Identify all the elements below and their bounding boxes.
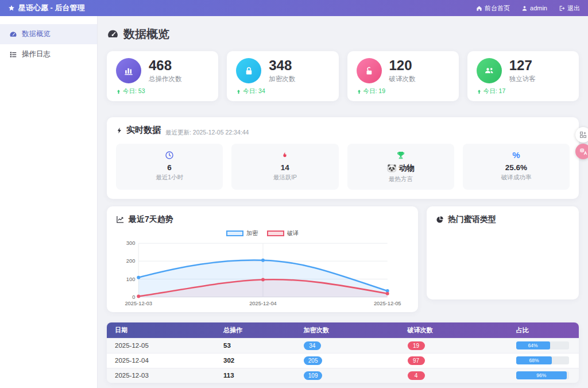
table-row[interactable]: 2025-12-03 113 109 4 96% (107, 368, 579, 383)
realtime-value: 6 (121, 163, 218, 172)
cell-total: 302 (215, 353, 296, 368)
ratio-progress-fill: 68% (516, 356, 552, 364)
stat-today-label: 今日: 19 (363, 87, 386, 95)
stat-today-label: 今日: 34 (243, 87, 265, 95)
main-content: 数据概览 468 总操作次数 今日: 53 (98, 16, 588, 388)
list-icon (9, 51, 17, 59)
stat-value: 468 (149, 58, 182, 72)
hot-phrase-type-card: 热门蜜语类型 (427, 206, 579, 299)
translate-icon (579, 148, 587, 156)
sidebar: 数据概览 操作日志 (0, 16, 98, 388)
cell-total: 113 (215, 368, 296, 383)
trend-line-chart[interactable]: 300 200 100 0 2025-12-03 2025-12-04 2025… (116, 239, 409, 308)
arrow-up-icon (477, 89, 482, 94)
realtime-value: 25.6% (467, 163, 565, 172)
encrypt-badge: 34 (304, 341, 321, 350)
brand: 星语心愿 - 后台管理 (8, 3, 85, 13)
realtime-label: 破译成功率 (467, 174, 565, 182)
navbar-links: 前台首页 admin 退出 (476, 4, 580, 13)
arrow-up-icon (236, 89, 241, 94)
cell-date: 2025-12-03 (107, 368, 215, 383)
decrypt-badge: 19 (408, 341, 425, 350)
sidebar-item-data-overview[interactable]: 数据概览 (0, 24, 97, 44)
cell-total: 53 (215, 338, 296, 353)
nav-user-link[interactable]: admin (521, 5, 547, 11)
sidebar-item-operation-log[interactable]: 操作日志 (0, 44, 97, 64)
floating-grid-button[interactable] (575, 127, 588, 143)
trend-chart-title: 最近7天趋势 (129, 214, 173, 225)
ratio-progress-fill: 96% (516, 371, 567, 379)
nav-logout-label: 退出 (567, 4, 580, 13)
realtime-card-most-active-ip: 14 最活跃IP (231, 144, 338, 190)
users-icon (477, 58, 502, 83)
bolt-icon (116, 126, 123, 135)
sidebar-item-label: 操作日志 (22, 49, 51, 59)
nav-home-link[interactable]: 前台首页 (476, 4, 510, 13)
page-title-label: 数据概览 (123, 26, 169, 42)
y-tick: 300 (126, 240, 136, 246)
stat-card-unique-visitors: 127 独立访客 今日: 17 (467, 51, 579, 101)
home-icon (476, 5, 482, 11)
unlock-icon (357, 58, 382, 83)
realtime-title: 实时数据 (126, 125, 161, 136)
nav-logout-link[interactable]: 退出 (559, 4, 580, 13)
x-tick: 2025-12-03 (125, 299, 152, 306)
stat-label: 加密次数 (269, 75, 295, 83)
realtime-panel: 实时数据 最近更新: 2025-12-05 22:34:44 6 最近1小时 1… (107, 117, 579, 199)
col-header-ratio: 占比 (508, 322, 579, 339)
cell-date: 2025-12-04 (107, 353, 215, 368)
col-header-date: 日期 (107, 322, 215, 339)
col-header-decrypt: 破译次数 (400, 322, 508, 339)
realtime-label: 最近1小时 (121, 174, 218, 182)
realtime-label: 最热方言 (352, 175, 450, 183)
y-tick: 100 (126, 275, 136, 282)
stat-today-label: 今日: 53 (123, 87, 145, 95)
stat-label: 总操作次数 (149, 75, 182, 83)
arrow-up-icon (357, 89, 362, 94)
y-tick: 0 (132, 293, 135, 299)
realtime-card-last-hour: 6 最近1小时 (116, 144, 223, 190)
daily-stats-table-card: 日期 总操作 加密次数 破译次数 占比 2025-12-05 53 34 19 … (107, 322, 579, 383)
stat-value: 348 (269, 58, 295, 72)
legend-label: 破译 (287, 229, 299, 237)
nav-user-label: admin (530, 5, 547, 11)
legend-item-decrypt[interactable]: 破译 (267, 229, 299, 237)
table-row[interactable]: 2025-12-04 302 205 97 68% (107, 353, 579, 368)
sign-out-icon (559, 5, 565, 11)
realtime-label: 最活跃IP (236, 174, 334, 182)
clock-icon (121, 151, 218, 160)
ratio-progress: 64% (516, 341, 569, 349)
stat-label: 独立访客 (509, 75, 536, 83)
realtime-value: 🐼 动物 (352, 163, 450, 174)
realtime-card-hottest-dialect: 🐼 动物 最热方言 (347, 144, 454, 190)
table-header-row: 日期 总操作 加密次数 破译次数 占比 (107, 322, 579, 339)
decrypt-badge: 4 (408, 371, 425, 380)
stat-card-total-operations: 468 总操作次数 今日: 53 (107, 51, 218, 101)
user-icon (521, 5, 528, 11)
dashboard-gauge-icon (107, 28, 119, 40)
ratio-progress-fill: 64% (516, 341, 550, 349)
chart-line-icon (116, 215, 125, 224)
encrypt-badge: 205 (304, 356, 323, 365)
realtime-value: 14 (236, 163, 334, 172)
gauge-icon (9, 30, 17, 39)
ratio-progress: 68% (516, 356, 569, 364)
pie-chart-icon (436, 216, 444, 224)
stat-cards-row: 468 总操作次数 今日: 53 348 加密次数 今日: 34 (107, 51, 579, 101)
x-tick: 2025-12-05 (374, 299, 401, 306)
encrypt-badge: 109 (304, 371, 323, 380)
star-icon (8, 5, 15, 11)
legend-item-encrypt[interactable]: 加密 (226, 229, 258, 237)
col-header-total: 总操作 (215, 322, 296, 339)
stat-card-decrypt-count: 120 破译次数 今日: 19 (347, 51, 459, 101)
legend-swatch-blue (226, 231, 243, 236)
x-tick: 2025-12-04 (249, 299, 277, 306)
hot-phrase-type-title: 热门蜜语类型 (448, 214, 496, 225)
cell-date: 2025-12-05 (107, 338, 215, 353)
page-title: 数据概览 (107, 26, 579, 42)
percent-icon: % (467, 151, 565, 160)
table-row[interactable]: 2025-12-05 53 34 19 64% (107, 338, 579, 353)
realtime-updated-timestamp: 最近更新: 2025-12-05 22:34:44 (165, 129, 249, 137)
floating-translate-button[interactable] (575, 144, 588, 159)
y-tick: 200 (126, 258, 136, 264)
